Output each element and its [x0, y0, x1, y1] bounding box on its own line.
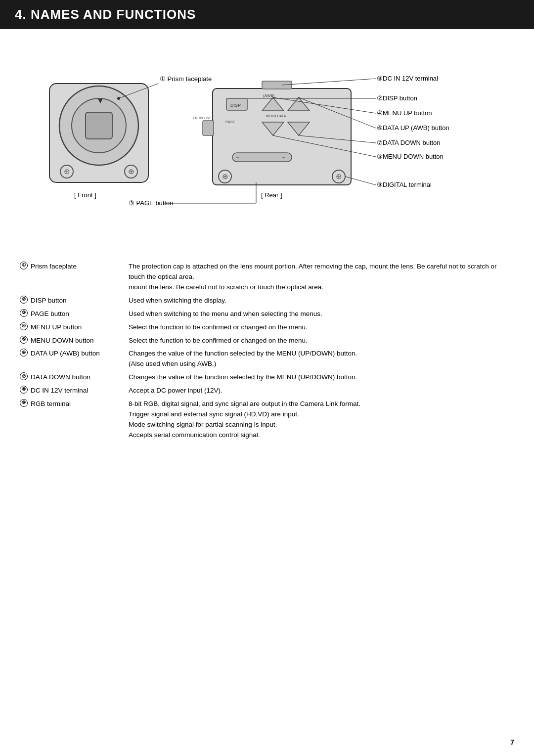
svg-text:⑦DATA DOWN button: ⑦DATA DOWN button	[377, 139, 441, 146]
desc-label-6: ⑥ DATA UP (AWB) button	[20, 349, 129, 369]
circled-9: ⑨	[20, 399, 28, 407]
desc-label-3: ③ PAGE button	[20, 309, 129, 319]
desc-label-5: ⑤ MENU DOWN button	[20, 336, 129, 346]
desc-label-4: ④ MENU UP button	[20, 322, 129, 333]
label-text-2: DISP button	[31, 296, 67, 306]
svg-text:▼: ▼	[96, 96, 104, 105]
svg-text:⊕: ⊕	[336, 172, 342, 180]
desc-row-5: ⑤ MENU DOWN button Select the function t…	[20, 336, 514, 346]
svg-text:⊕: ⊕	[128, 167, 134, 176]
label-text-6: DATA UP (AWB) button	[31, 349, 100, 358]
desc-row-4: ④ MENU UP button Select the function to …	[20, 322, 514, 333]
svg-rect-3	[86, 112, 112, 139]
desc-row-9: ⑨ RGB terminal 8-bit RGB, digital signal…	[20, 399, 514, 441]
desc-text-8: Accept a DC power input (12V).	[129, 386, 514, 396]
circled-4: ④	[20, 322, 28, 330]
desc-text-2: Used when switching the display.	[129, 296, 514, 306]
section-header: 4. NAMES AND FUNCTIONS	[0, 0, 534, 29]
svg-text:⊕: ⊕	[64, 167, 70, 176]
diagram-section: ▼ ⊕ ⊕ [ Front ] ① Prism faceplate DC IN …	[20, 44, 514, 252]
label-text-1: Prism faceplate	[31, 262, 77, 271]
descriptions-section: ① Prism faceplate The protection cap is …	[20, 262, 514, 441]
desc-text-9: 8-bit RGB, digital signal, and sync sign…	[129, 399, 514, 441]
svg-line-34	[282, 79, 376, 85]
svg-text:DISP: DISP	[230, 103, 241, 108]
circled-5: ⑤	[20, 336, 28, 344]
desc-row-3: ③ PAGE button Used when switching to the…	[20, 309, 514, 319]
svg-text:PAGE: PAGE	[225, 120, 235, 124]
svg-text:⑤MENU DOWN button: ⑤MENU DOWN button	[377, 153, 444, 160]
desc-text-5: Select the function to be confirmed or c…	[129, 336, 514, 346]
desc-row-1: ① Prism faceplate The protection cap is …	[20, 262, 514, 293]
circled-2: ②	[20, 296, 28, 304]
svg-point-11	[117, 97, 120, 100]
label-text-4: MENU UP button	[31, 322, 82, 332]
svg-text:⑥DATA UP (AWB) button: ⑥DATA UP (AWB) button	[377, 124, 449, 132]
circled-7: ⑦	[20, 372, 28, 380]
desc-label-1: ① Prism faceplate	[20, 262, 129, 293]
svg-text:③ PAGE button: ③ PAGE button	[129, 199, 174, 207]
circled-1: ①	[20, 262, 28, 269]
circled-3: ③	[20, 309, 28, 317]
desc-row-6: ⑥ DATA UP (AWB) button Changes the value…	[20, 349, 514, 369]
svg-text:⊕: ⊕	[222, 172, 228, 180]
desc-label-8: ⑧ DC IN 12V terminal	[20, 386, 129, 396]
desc-label-9: ⑨ RGB terminal	[20, 399, 129, 441]
svg-text:DC IN 12V: DC IN 12V	[193, 116, 210, 120]
svg-text:−: −	[282, 154, 285, 161]
label-text-5: MENU DOWN button	[31, 336, 94, 346]
circled-8: ⑧	[20, 386, 28, 394]
desc-row-7: ⑦ DATA DOWN button Changes the value of …	[20, 372, 514, 383]
desc-text-6: Changes the value of the function select…	[129, 349, 514, 369]
svg-rect-16	[262, 81, 292, 89]
diagram-svg: ▼ ⊕ ⊕ [ Front ] ① Prism faceplate DC IN …	[20, 44, 514, 252]
label-text-8: DC IN 12V terminal	[31, 386, 88, 396]
desc-text-7: Changes the value of the function select…	[129, 372, 514, 383]
desc-label-7: ⑦ DATA DOWN button	[20, 372, 129, 383]
svg-text:① Prism faceplate: ① Prism faceplate	[160, 75, 212, 83]
label-text-7: DATA DOWN button	[31, 372, 90, 382]
desc-row-8: ⑧ DC IN 12V terminal Accept a DC power i…	[20, 386, 514, 396]
svg-text:[ Rear ]: [ Rear ]	[261, 191, 282, 199]
svg-text:④MENU UP button: ④MENU UP button	[377, 109, 432, 117]
svg-text:MENU  DATA: MENU DATA	[266, 114, 286, 118]
desc-text-3: Used when switching to the menu and when…	[129, 309, 514, 319]
desc-text-1: The protection cap is attached on the le…	[129, 262, 514, 293]
desc-row-2: ② DISP button Used when switching the di…	[20, 296, 514, 306]
svg-text:−: −	[236, 154, 239, 161]
svg-text:②DISP button: ②DISP button	[377, 94, 417, 102]
page-number: 7	[510, 738, 514, 746]
circled-6: ⑥	[20, 349, 28, 356]
svg-text:⑨DIGITAL terminal: ⑨DIGITAL terminal	[377, 181, 432, 188]
desc-text-4: Select the function to be confirmed or c…	[129, 322, 514, 333]
label-text-3: PAGE button	[31, 309, 69, 319]
svg-rect-14	[203, 121, 214, 135]
section-title: 4. NAMES AND FUNCTIONS	[15, 7, 519, 22]
desc-label-2: ② DISP button	[20, 296, 129, 306]
label-text-9: RGB terminal	[31, 399, 71, 409]
svg-text:[ Front ]: [ Front ]	[74, 191, 96, 199]
svg-text:⑧DC IN 12V terminal: ⑧DC IN 12V terminal	[377, 75, 438, 82]
